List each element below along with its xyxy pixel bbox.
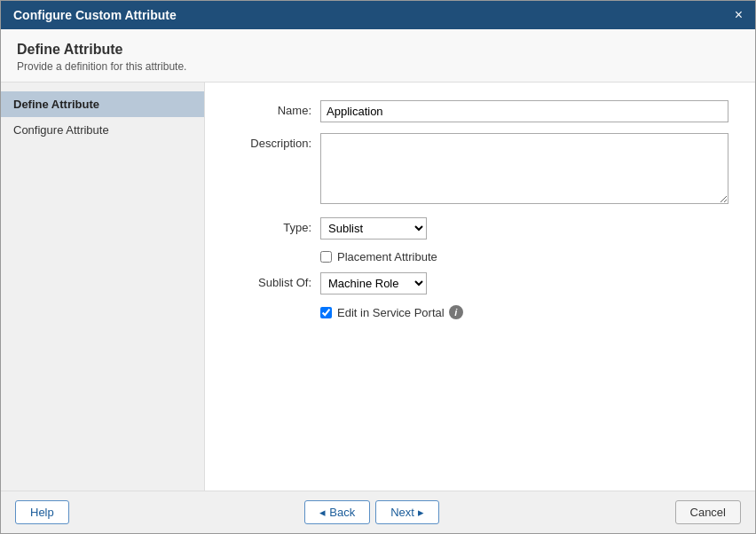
description-field-container [320,133,728,207]
dialog-body: Define Attribute Configure Attribute Nam… [1,82,755,491]
name-input[interactable] [320,100,728,122]
next-button[interactable]: Next ▸ [375,500,439,524]
sublist-of-select[interactable]: Machine Role Application Service [320,272,427,294]
dialog-titlebar: Configure Custom Attribute × [1,1,755,29]
cancel-button[interactable]: Cancel [675,500,741,524]
back-chevron-icon: ◂ [319,506,326,519]
sidebar-item-define-attribute[interactable]: Define Attribute [1,91,204,117]
dialog-header: Define Attribute Provide a definition fo… [1,29,755,82]
dialog-title: Configure Custom Attribute [13,8,177,22]
type-field-container: Sublist Text Integer Boolean [320,217,728,240]
sublist-of-row: Sublist Of: Machine Role Application Ser… [232,272,728,294]
footer-center: ◂ Back Next ▸ [304,500,439,524]
placement-label: Placement Attribute [337,250,437,263]
help-button[interactable]: Help [15,500,69,524]
dialog-footer: Help ◂ Back Next ▸ Cancel [1,491,755,533]
edit-portal-label: Edit in Service Portal [337,306,445,319]
placement-attribute-row: Placement Attribute [320,250,728,263]
configure-custom-attribute-dialog: Configure Custom Attribute × Define Attr… [0,0,756,534]
name-field-container [320,100,728,122]
sublist-of-label: Sublist Of: [232,272,320,289]
description-input[interactable] [320,133,728,204]
back-label: Back [329,506,355,519]
type-row: Type: Sublist Text Integer Boolean [232,217,728,240]
name-label: Name: [232,100,320,117]
next-label: Next [390,506,414,519]
footer-left: Help [15,500,69,524]
type-label: Type: [232,217,320,234]
type-select[interactable]: Sublist Text Integer Boolean [320,217,427,240]
sublist-of-field-container: Machine Role Application Service [320,272,728,294]
footer-right: Cancel [675,500,741,524]
placement-checkbox[interactable] [320,251,332,263]
edit-portal-checkbox[interactable] [320,307,332,318]
description-label: Description: [232,133,320,150]
page-title: Define Attribute [17,42,739,58]
main-content: Name: Description: Type: Sublist Text [205,82,755,491]
sidebar: Define Attribute Configure Attribute [1,82,205,491]
back-button[interactable]: ◂ Back [304,500,370,524]
next-chevron-icon: ▸ [418,506,424,519]
name-row: Name: [232,100,728,122]
description-row: Description: [232,133,728,207]
info-icon[interactable]: i [449,305,463,319]
close-button[interactable]: × [735,8,743,22]
sidebar-item-configure-attribute[interactable]: Configure Attribute [1,117,204,143]
page-subtitle: Provide a definition for this attribute. [17,60,739,73]
edit-portal-row: Edit in Service Portal i [320,305,728,319]
